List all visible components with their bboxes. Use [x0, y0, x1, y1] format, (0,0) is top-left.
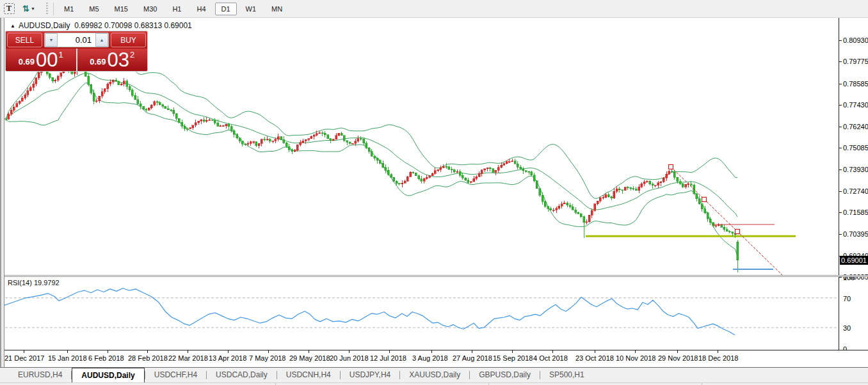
sell-button[interactable]: SELL: [7, 33, 42, 47]
sell-price-big-digits: 00: [36, 51, 58, 70]
price-axis[interactable]: 0.809300.797750.785850.774300.762400.750…: [839, 18, 868, 350]
trendline[interactable]: [671, 167, 783, 276]
candle-body: [150, 105, 152, 107]
sell-price-prefix: 0.69: [19, 57, 35, 67]
candle-body: [536, 181, 538, 189]
candle-body: [327, 135, 329, 139]
pane-separator[interactable]: [0, 275, 868, 277]
candle-body: [605, 194, 607, 197]
candle-body: [363, 139, 365, 143]
candle-body: [239, 138, 241, 141]
candle-body: [707, 213, 709, 219]
volume-increase-button[interactable]: ▲: [95, 33, 108, 47]
candle-body: [495, 170, 497, 172]
candle-body: [296, 145, 298, 150]
timeframe-button-m15[interactable]: M15: [108, 3, 134, 15]
candle-body: [134, 95, 136, 99]
timeframe-button-h4[interactable]: H4: [190, 3, 212, 15]
date-axis-label: 7 May 2018: [249, 354, 285, 362]
timeframe-button-w1[interactable]: W1: [239, 3, 263, 15]
timeframe-button-h1[interactable]: H1: [166, 3, 188, 15]
candle-body: [387, 170, 389, 175]
candle-body: [195, 123, 197, 125]
candle-body: [184, 126, 186, 129]
volume-input[interactable]: [58, 33, 95, 47]
candle-body: [321, 133, 323, 134]
candle-body: [666, 174, 668, 178]
candle-body: [385, 168, 387, 170]
trendline-handle[interactable]: [735, 229, 740, 233]
sell-price-display[interactable]: 0.69 00 1: [6, 49, 77, 71]
candle-body: [382, 163, 384, 167]
bollinger-band-line: [6, 83, 737, 256]
candle-body: [241, 141, 243, 144]
candle-body: [663, 178, 664, 182]
date-axis-label: 22 Mar 2018: [168, 354, 208, 362]
text-tool-button[interactable]: T: [1, 2, 17, 16]
candle-body: [205, 120, 207, 122]
rsi-plot[interactable]: [0, 277, 839, 350]
buy-button[interactable]: BUY: [111, 33, 146, 47]
chart-tab-eurusd[interactable]: EURUSD,H4: [9, 368, 71, 382]
candle-body: [404, 181, 406, 183]
candle-body: [563, 203, 565, 203]
candle-body: [137, 100, 139, 104]
candle-body: [29, 88, 31, 91]
date-tick: [349, 350, 350, 353]
triangle-up-icon: ▲: [10, 23, 15, 29]
trendline-handle[interactable]: [702, 197, 707, 201]
text-tool-icon: T: [4, 3, 15, 14]
timeframe-button-mn[interactable]: MN: [265, 3, 289, 15]
candle-body: [440, 168, 442, 169]
buy-price-display[interactable]: 0.69 03 2: [77, 49, 148, 71]
date-axis-label: 20 Jun 2018: [330, 354, 369, 362]
candle-body: [305, 139, 307, 141]
candle-body: [528, 171, 530, 172]
candle-body: [101, 91, 103, 96]
candle-body: [415, 173, 417, 175]
candle-body: [478, 173, 480, 177]
candle-body: [269, 139, 271, 141]
timeframe-button-m30[interactable]: M30: [137, 3, 163, 15]
chart-tab-usdchf[interactable]: USDCHF,H4: [145, 368, 206, 382]
chart-tab-usdcad[interactable]: USDCAD,Daily: [207, 368, 277, 382]
candle-body: [99, 96, 100, 101]
candle-body: [332, 139, 334, 141]
chart-tab-gbpusd[interactable]: GBPUSD,Daily: [470, 368, 540, 382]
date-tick: [389, 350, 390, 353]
candle-body: [283, 139, 285, 143]
volume-decrease-button[interactable]: ▼: [45, 33, 58, 47]
chart-tab-sp500[interactable]: SP500,H1: [540, 368, 593, 382]
toolbar-grip[interactable]: [46, 3, 48, 15]
candle-body: [21, 98, 23, 101]
candle-body: [412, 172, 414, 173]
candle-body: [682, 184, 684, 187]
price-tick: [839, 40, 842, 41]
candle-body: [580, 214, 582, 216]
candle-body: [451, 169, 453, 170]
candle-body: [275, 139, 277, 141]
timeframe-button-m1[interactable]: M1: [58, 3, 80, 15]
chart-title: ▲AUDUSD,Daily 0.69982 0.70098 0.68313 0.…: [10, 21, 192, 30]
chart-tab-audusd[interactable]: AUDUSD,Daily: [72, 368, 144, 382]
chart-tab-usdcnh[interactable]: USDCNH,H4: [277, 368, 340, 382]
chart-tab-xauusd[interactable]: XAUUSD,Daily: [400, 368, 469, 382]
candle-body: [525, 171, 527, 172]
chart-tab-usdjpy[interactable]: USDJPY,H4: [341, 368, 399, 382]
candle-body: [594, 204, 596, 211]
candle-body: [230, 127, 232, 130]
candle-body: [418, 176, 420, 179]
candle-body: [709, 219, 711, 223]
arrows-tool-button[interactable]: ⇅ ▼: [18, 2, 40, 16]
price-axis-label: 0.71585: [843, 208, 868, 216]
candle-body: [698, 199, 700, 204]
trendline-handle[interactable]: [669, 164, 673, 169]
candle-body: [335, 136, 337, 139]
candle-body: [503, 164, 505, 165]
timeframe-button-m5[interactable]: M5: [83, 3, 105, 15]
date-axis[interactable]: 21 Dec 201715 Jan 20186 Feb 201828 Feb 2…: [0, 350, 868, 367]
candle-body: [646, 181, 648, 182]
volume-stepper: ▼ ▲: [44, 33, 109, 47]
timeframe-button-d1[interactable]: D1: [215, 3, 237, 15]
candle-body: [123, 81, 125, 84]
